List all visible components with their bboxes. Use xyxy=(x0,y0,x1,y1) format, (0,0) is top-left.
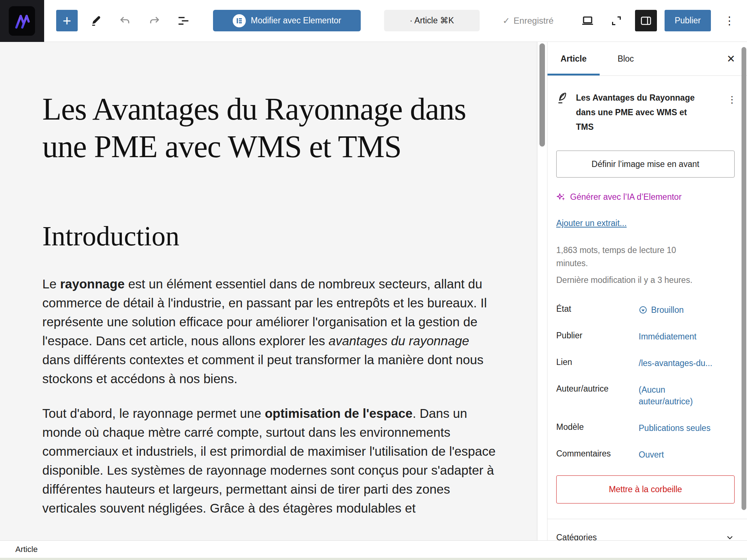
status-value-label: Brouillon xyxy=(651,304,684,316)
document-overview-button[interactable] xyxy=(174,10,193,31)
text-run: Tout d'abord, le rayonnage permet une xyxy=(42,406,265,420)
elementor-icon xyxy=(233,14,246,27)
publish-label: Publier xyxy=(675,16,701,26)
laptop-icon xyxy=(581,14,595,28)
kebab-icon: ⋮ xyxy=(727,94,737,105)
bold-text-run: rayonnage xyxy=(60,277,125,291)
text-run: Le xyxy=(42,277,60,291)
command-palette-button[interactable]: · Article ⌘K xyxy=(384,10,480,31)
editor-scrollbar-track[interactable] xyxy=(538,42,547,560)
preview-button[interactable] xyxy=(578,10,597,31)
saved-label: Enregistré xyxy=(514,16,553,26)
permalink-button[interactable]: /les-avantages-du... xyxy=(639,357,717,369)
settings-sidebar-toggle[interactable] xyxy=(635,10,657,31)
kebab-icon: ⋮ xyxy=(724,14,735,27)
set-featured-image-button[interactable]: Définir l’image mise en avant xyxy=(556,151,735,178)
post-quill-icon xyxy=(556,90,568,134)
row-label: Modèle xyxy=(556,422,639,434)
comments-button[interactable]: Ouvert xyxy=(639,449,717,460)
generate-with-ai-label: Générer avec l’IA d’Elementor xyxy=(570,192,682,202)
row-publish: Publier Immédiatement xyxy=(556,331,735,342)
tools-button[interactable] xyxy=(86,10,105,31)
tab-bloc[interactable]: Bloc xyxy=(600,42,652,75)
draft-status-icon xyxy=(639,306,647,314)
author-select[interactable]: (Aucun auteur/autrice) xyxy=(639,384,717,407)
document-actions-button[interactable]: ⋮ xyxy=(727,94,737,105)
status-value-button[interactable]: Brouillon xyxy=(639,304,717,316)
elementor-button-label: Modifier avec Elementor xyxy=(251,16,341,26)
word-count-text: 1,863 mots, temps de lecture 10 minutes. xyxy=(556,244,709,270)
top-toolbar: + xyxy=(0,0,747,42)
paragraph-2[interactable]: Tout d'abord, le rayonnage permet une op… xyxy=(42,404,498,518)
site-logo-block[interactable] xyxy=(0,0,44,42)
generate-with-ai-link[interactable]: Générer avec l’IA d’Elementor xyxy=(556,192,735,202)
post-content: Les Avantages du Rayonnage dans une PME … xyxy=(42,90,498,518)
template-button[interactable]: Publications seules xyxy=(639,422,717,434)
fullscreen-button[interactable] xyxy=(607,10,626,31)
site-logo-icon xyxy=(12,12,31,31)
row-template: Modèle Publications seules xyxy=(556,422,735,434)
move-to-trash-button[interactable]: Mettre à la corbeille xyxy=(556,475,735,503)
text-run: . Dans un monde où chaque mètre carré co… xyxy=(42,406,496,515)
command-palette-label: · Article ⌘K xyxy=(410,16,454,26)
editor-canvas: Les Avantages du Rayonnage dans une PME … xyxy=(0,42,537,560)
redo-button[interactable] xyxy=(145,10,164,31)
row-comments: Commentaires Ouvert xyxy=(556,449,735,460)
saved-indicator[interactable]: ✓ Enregistré xyxy=(503,10,554,31)
row-author: Auteur/autrice (Aucun auteur/autrice) xyxy=(556,384,735,407)
undo-button[interactable] xyxy=(116,10,135,31)
sidebar-tabs: Article Bloc ✕ xyxy=(547,42,747,76)
check-icon: ✓ xyxy=(503,16,510,26)
close-icon: ✕ xyxy=(727,53,735,65)
row-label: Publier xyxy=(556,331,639,342)
publish-date-button[interactable]: Immédiatement xyxy=(639,331,717,342)
heading-introduction[interactable]: Introduction xyxy=(42,220,498,252)
settings-sidebar: Article Bloc ✕ Les Avantages du Rayonnag… xyxy=(547,42,747,540)
row-status: État Brouillon xyxy=(556,304,735,316)
plus-icon: + xyxy=(63,13,71,28)
editor-footer: Article xyxy=(0,540,747,558)
sidebar-content: Les Avantages du Rayonnage dans une PME … xyxy=(547,76,747,556)
last-modified-text: Dernière modification il y a 3 heures. xyxy=(556,273,735,287)
edit-with-elementor-button[interactable]: Modifier avec Elementor xyxy=(213,10,361,31)
bold-text-run: optimisation de l'espace xyxy=(265,406,413,420)
undo-icon xyxy=(119,15,131,27)
row-label: Commentaires xyxy=(556,449,639,460)
post-title[interactable]: Les Avantages du Rayonnage dans une PME … xyxy=(42,90,498,166)
tab-article[interactable]: Article xyxy=(547,42,600,75)
row-link: Lien /les-avantages-du... xyxy=(556,357,735,369)
post-summary-rows: État Brouillon Publier Immédiatement Lie… xyxy=(556,304,735,460)
publish-button[interactable]: Publier xyxy=(665,10,711,31)
breadcrumb[interactable]: Article xyxy=(15,545,38,554)
italic-text-run: avantages du rayonnage xyxy=(329,334,469,348)
document-card-title[interactable]: Les Avantages du Rayonnage dans une PME … xyxy=(576,90,704,134)
list-view-icon xyxy=(177,14,190,27)
close-sidebar-button[interactable]: ✕ xyxy=(720,42,742,75)
options-menu-button[interactable]: ⋮ xyxy=(721,10,738,31)
paragraph-1[interactable]: Le rayonnage est un élément essentiel da… xyxy=(42,275,498,388)
site-logo xyxy=(9,6,35,36)
redo-icon xyxy=(148,15,160,27)
row-label: Lien xyxy=(556,357,639,369)
block-inserter-button[interactable]: + xyxy=(56,10,78,31)
ai-sparkle-icon xyxy=(556,192,566,202)
window-bottom-edge xyxy=(0,558,747,560)
sidebar-scrollbar-thumb[interactable] xyxy=(742,47,746,510)
expand-icon xyxy=(610,14,623,27)
text-run: dans différents contextes et comment il … xyxy=(42,353,483,386)
editor-scrollbar-thumb[interactable] xyxy=(539,43,545,147)
sidebar-panel-icon xyxy=(640,16,651,26)
document-card: Les Avantages du Rayonnage dans une PME … xyxy=(556,90,735,134)
add-excerpt-link[interactable]: Ajouter un extrait... xyxy=(556,218,627,228)
row-label: État xyxy=(556,304,639,316)
pencil-icon xyxy=(89,15,102,27)
row-label: Auteur/autrice xyxy=(556,384,639,407)
